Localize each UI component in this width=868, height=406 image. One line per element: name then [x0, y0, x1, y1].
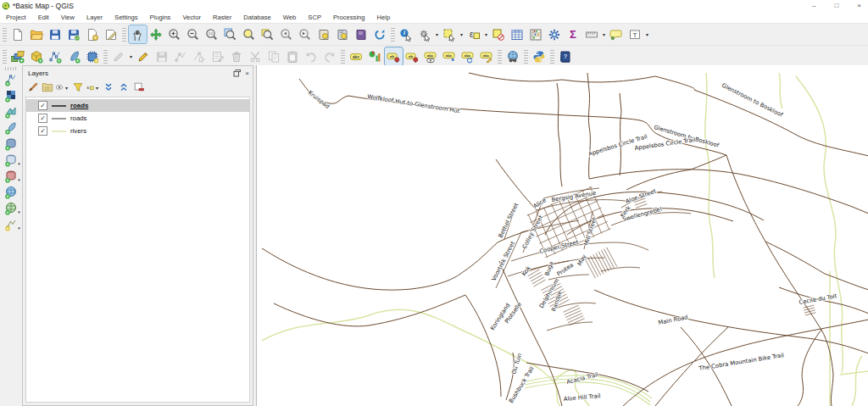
toolbar-grip[interactable] — [550, 50, 554, 64]
close-button[interactable]: × — [857, 2, 861, 9]
python-console-button[interactable] — [531, 47, 548, 65]
add-feature-button[interactable] — [172, 47, 190, 65]
zoom-next-button[interactable] — [297, 25, 314, 43]
undo-button[interactable] — [303, 47, 320, 65]
select-by-expression-dropdown[interactable]: ▾ — [483, 31, 489, 37]
toolbar-grip[interactable] — [498, 50, 502, 64]
zoom-out-button[interactable] — [185, 25, 203, 43]
paste-features-button[interactable] — [284, 47, 302, 65]
metasearch-button[interactable] — [504, 47, 522, 65]
copy-features-button[interactable] — [265, 47, 283, 65]
add-raster-layer-button[interactable] — [2, 88, 20, 103]
highlight-pinned-labels-button[interactable]: ab — [385, 47, 403, 65]
run-feature-action-dropdown[interactable]: ▾ — [434, 31, 440, 37]
menu-view[interactable]: View — [55, 13, 81, 22]
move-label-button[interactable]: abc — [441, 47, 459, 65]
zoom-full-button[interactable] — [222, 25, 240, 43]
zoom-to-layer-button[interactable] — [259, 25, 277, 43]
save-layer-edits-button[interactable] — [153, 47, 171, 65]
current-edits-button[interactable] — [110, 47, 128, 65]
delete-selected-button[interactable] — [228, 47, 246, 65]
layer-checkbox[interactable]: ✓ — [38, 126, 47, 136]
layer-diagram-options-button[interactable] — [366, 47, 384, 65]
menu-plugins[interactable]: Plugins — [144, 13, 177, 22]
toolbar-grip[interactable] — [524, 50, 528, 64]
new-spatial-bookmark-button[interactable] — [315, 25, 333, 43]
new-project-button[interactable] — [9, 25, 27, 43]
menu-processing[interactable]: Processing — [327, 13, 371, 22]
layer-row[interactable]: ✓roads — [26, 99, 249, 112]
deselect-features-button[interactable] — [490, 25, 508, 43]
menu-layer[interactable]: Layer — [81, 13, 108, 22]
pin-unpin-labels-button[interactable]: ab — [403, 47, 421, 65]
toolbar-grip[interactable] — [122, 28, 126, 42]
toggle-editing-button[interactable] — [135, 47, 153, 65]
zoom-native-button[interactable]: 1:1 — [203, 25, 221, 43]
filter-legend-by-expression-button[interactable]: ε▾ — [86, 81, 100, 94]
layer-labeling-options-button[interactable]: abc — [348, 47, 365, 65]
layer-checkbox[interactable]: ✓ — [38, 114, 47, 123]
toolbar-grip[interactable] — [3, 50, 7, 64]
toolbar-grip[interactable] — [341, 50, 345, 64]
menu-database[interactable]: Database — [237, 13, 277, 22]
map-canvas[interactable]: KruispadWolfkloof Hut to Glenstroom HutG… — [256, 65, 868, 406]
options-gear-button[interactable] — [546, 25, 564, 43]
refresh-map-button[interactable] — [371, 25, 389, 43]
zoom-to-selection-button[interactable] — [241, 25, 259, 43]
add-group-button[interactable] — [40, 81, 54, 94]
measure-button[interactable] — [583, 25, 601, 43]
select-features-button[interactable] — [441, 25, 459, 43]
save-project-as-button[interactable] — [65, 25, 83, 43]
menu-settings[interactable]: Settings — [108, 13, 143, 22]
identify-features-button[interactable]: i — [398, 25, 415, 43]
show-layout-manager-button[interactable] — [103, 25, 120, 43]
new-print-layout-button[interactable] — [84, 25, 102, 43]
add-mesh-layer-button[interactable] — [2, 104, 20, 119]
toolbar-grip[interactable] — [5, 67, 17, 70]
text-annotation-dropdown[interactable]: ▾ — [644, 31, 650, 37]
toolbar-grip[interactable] — [3, 28, 7, 42]
cut-features-button[interactable] — [247, 47, 264, 65]
help-contents-button[interactable]: ? — [557, 47, 575, 65]
show-spatial-bookmarks-button[interactable] — [334, 25, 352, 43]
remove-layer-button[interactable] — [131, 81, 146, 94]
zoom-last-button[interactable] — [278, 25, 296, 43]
add-wcs-layer-button[interactable]: ▾ — [2, 201, 20, 215]
add-spatialite-layer-button[interactable]: ▾ — [2, 153, 20, 167]
new-temporary-layer-button[interactable] — [84, 47, 102, 65]
menu-web[interactable]: Web — [277, 13, 302, 22]
current-edits-dropdown[interactable]: ▾ — [128, 53, 134, 59]
add-postgis-layer-button[interactable] — [2, 136, 20, 151]
layer-row[interactable]: ✓rivers — [26, 125, 249, 137]
new-shapefile-layer-button[interactable] — [47, 47, 64, 65]
add-wms-layer-button[interactable] — [2, 185, 20, 199]
map-tips-button[interactable] — [608, 25, 626, 43]
expand-all-button[interactable] — [101, 81, 115, 94]
menu-vector[interactable]: Vector — [176, 13, 207, 22]
select-by-expression-button[interactable]: ε — [465, 25, 483, 43]
toolbar-grip[interactable] — [103, 50, 108, 64]
toolbar-grip[interactable] — [391, 28, 395, 42]
redo-button[interactable] — [321, 47, 339, 65]
vertex-tool-button[interactable] — [191, 47, 209, 65]
collapse-all-button[interactable] — [116, 81, 131, 94]
pan-map-button[interactable] — [129, 25, 147, 43]
menu-scp[interactable]: SCP — [302, 13, 327, 22]
maximize-button[interactable]: □ — [834, 2, 838, 9]
open-attribute-table-button[interactable] — [509, 25, 526, 43]
menu-project[interactable]: Project — [0, 13, 32, 22]
new-geojson-layer-button[interactable] — [65, 47, 83, 65]
measure-dropdown[interactable]: ▾ — [601, 31, 607, 37]
data-source-manager-button[interactable] — [9, 47, 27, 65]
modify-attributes-button[interactable] — [209, 47, 227, 65]
show-hide-labels-button[interactable]: abc — [422, 47, 440, 65]
menu-help[interactable]: Help — [371, 13, 397, 22]
close-panel-button[interactable]: × — [245, 70, 249, 77]
zoom-in-button[interactable] — [166, 25, 184, 43]
add-delimited-text-layer-button[interactable] — [2, 120, 20, 135]
add-mssql-layer-button[interactable]: ▾ — [2, 169, 20, 183]
layer-row[interactable]: ✓roads — [26, 112, 249, 125]
open-project-button[interactable] — [28, 25, 46, 43]
undock-panel-button[interactable] — [233, 70, 241, 77]
add-vector-layer-button[interactable] — [2, 72, 20, 86]
